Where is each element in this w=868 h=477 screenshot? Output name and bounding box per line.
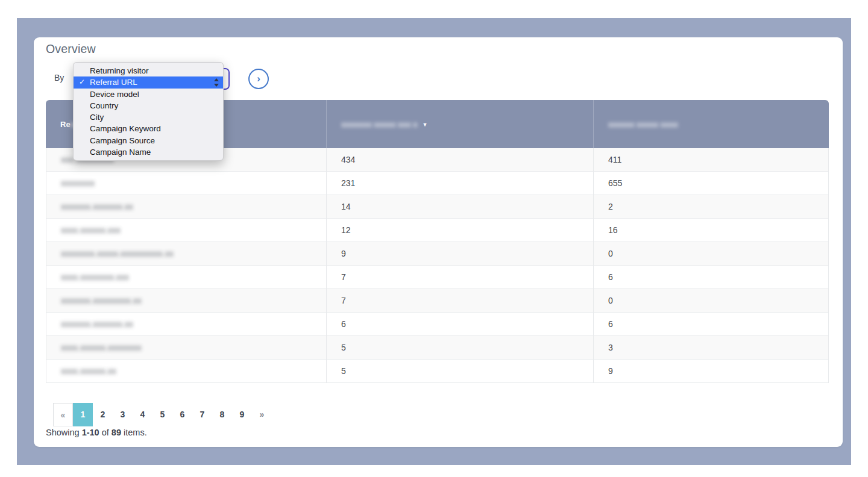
dropdown-item-label: Campaign Name [90,148,151,157]
table-row: xxxxxxxx.xxxxx.xxxxxxxxxx.xx 9 0 [46,242,829,266]
table-row: xxxxxxx.xxxxxxxxx.xx 7 0 [46,289,829,313]
dropdown-menu-item[interactable]: ✓ Campaign Source [74,135,223,146]
referral-url-cell: xxxx.xxxxxx.xxxxxxxx [46,336,326,360]
column-header-metric-2[interactable]: xxxxxx xxxxx xxxx [593,100,829,148]
dropdown-item-label: Device model [90,90,139,99]
summary-text: items. [124,428,147,437]
redacted-cell-text: xxxxxxx.xxxxxxx.xx [61,319,133,329]
referral-url-cell: xxxxxxx.xxxxxxx.xx [46,195,326,219]
redacted-cell-text: xxxx.xxxxxx.xxxxxxxx [61,343,142,352]
metric-2-cell: 2 [593,195,829,219]
referral-url-cell: xxxxxxx.xxxxxxxxx.xx [46,289,326,313]
metric-2-cell: 16 [593,219,829,242]
redacted-cell-text: xxxxxxx.xxxxxxx.xx [61,202,133,211]
metric-2-cell: 411 [593,148,829,172]
referral-url-cell: xxxxxxxx.xxxxx.xxxxxxxxxx.xx [46,242,326,266]
dropdown-item-label: Country [90,101,118,110]
go-button[interactable]: › [248,69,269,89]
metric-1-cell: 5 [326,360,593,383]
dropdown-menu-item[interactable]: ✓ Campaign Name [74,146,223,158]
redacted-cell-text: xxxx.xxxxxxxx.xxx [61,272,129,282]
metric-1-cell: 6 [326,313,593,336]
redacted-cell-text: xxxx.xxxxxx.xxx [61,225,121,235]
dropdown-item-label: Campaign Keyword [90,124,161,133]
metric-1-cell: 9 [326,242,593,266]
redacted-cell-text: xxxx.xxxxxx.xx [61,366,116,376]
metric-1-cell: 7 [326,266,593,289]
pagination-item[interactable]: 1 [73,403,93,426]
chevron-right-icon: › [257,73,260,84]
pagination-item[interactable]: 7 [192,403,212,426]
redacted-header-text: xxxxxx xxxxx xxxx [608,120,678,129]
metric-2-cell: 0 [593,242,829,266]
table-row: xxxxxxxx 231 655 [46,172,829,195]
referral-url-cell: xxxx.xxxxxx.xx [46,360,326,383]
redacted-header-text: xxxxxxx xxxxx xxx x [341,120,418,129]
header-visible-text: Re [60,120,71,129]
dropdown-item-label: Campaign Source [90,136,155,145]
overview-card: Overview By › ✓ Returning visitor ✓ Refe… [34,37,843,447]
pagination-item[interactable]: 6 [172,403,192,426]
metric-1-cell: 7 [326,289,593,313]
metric-2-cell: 6 [593,313,829,336]
dropdown-menu-item[interactable]: ✓ City [74,111,223,123]
dropdown-menu-item[interactable]: ✓ Campaign Keyword [74,123,223,134]
dropdown-item-label: Returning visitor [90,66,149,75]
dropdown-menu-item[interactable]: ✓ Device model [74,89,223,100]
page-title: Overview [46,42,96,56]
pagination-item[interactable]: « [53,403,73,426]
metric-1-cell: 14 [326,195,593,219]
metric-1-cell: 12 [326,219,593,242]
select-stepper-icon [213,78,219,87]
metric-2-cell: 9 [593,360,829,383]
summary-text: of [102,428,109,437]
pagination-item[interactable]: 8 [212,403,232,426]
dropdown-item-label: City [90,113,104,122]
redacted-cell-text: xxxxxxxx.xxxxx.xxxxxxxxxx.xx [61,249,174,258]
dropdown-item-label: Referral URL [90,78,137,87]
summary-range: 1-10 [82,428,99,437]
metric-2-cell: 6 [593,266,829,289]
pagination-item[interactable]: 2 [93,403,113,426]
metric-2-cell: 3 [593,336,829,360]
table-row: xxxx.xxxxxx.xxx 12 16 [46,219,829,242]
referral-url-cell: xxxxxxxx [46,172,326,195]
table-row: xxxx.xxxxxx.xx 5 9 [46,360,829,383]
sort-desc-icon: ▼ [423,122,428,128]
table-row: xxxxxxx.xxxxxxx.xx 6 6 [46,313,829,336]
redacted-cell-text: xxxxxxx.xxxxxxxxx.xx [61,296,142,305]
pagination-item[interactable]: 4 [133,403,153,426]
dropdown-menu-item[interactable]: ✓ Referral URL [74,76,223,88]
summary-text: Showing [46,428,80,437]
table-row: xxxx.xxxxxxxx.xxx 7 6 [46,266,829,289]
metric-1-cell: 231 [326,172,593,195]
pagination-item[interactable]: 5 [153,403,172,426]
table-row: xxxx.xxxxxx.xxxxxxxx 5 3 [46,336,829,360]
pagination-item[interactable]: 3 [113,403,133,426]
referral-url-cell: xxxxxxx.xxxxxxx.xx [46,313,326,336]
metric-2-cell: 655 [593,172,829,195]
results-summary: Showing 1-10 of 89 items. [46,428,147,437]
metric-1-cell: 434 [326,148,593,172]
dropdown-menu-item[interactable]: ✓ Country [74,100,223,111]
pagination-item[interactable]: 9 [232,403,252,426]
pagination: « 1 2 3 4 5 6 7 8 9 » [53,403,272,426]
metric-2-cell: 0 [593,289,829,313]
dropdown-menu-item[interactable]: ✓ Returning visitor [74,65,223,76]
dimension-dropdown-menu: ✓ Returning visitor ✓ Referral URL ✓ Dev… [73,62,224,161]
pagination-item[interactable]: » [252,403,272,426]
redacted-cell-text: xxxxxxxx [61,178,95,188]
referral-url-cell: xxxx.xxxxxx.xxx [46,219,326,242]
metric-1-cell: 5 [326,336,593,360]
summary-total: 89 [112,428,121,437]
referral-url-cell: xxxx.xxxxxxxx.xxx [46,266,326,289]
column-header-metric-1[interactable]: xxxxxxx xxxxx xxx x▼ [326,100,593,148]
table-row: xxxxxxx.xxxxxxx.xx 14 2 [46,195,829,219]
checkmark-icon: ✓ [79,76,85,88]
by-label: By [54,73,64,83]
